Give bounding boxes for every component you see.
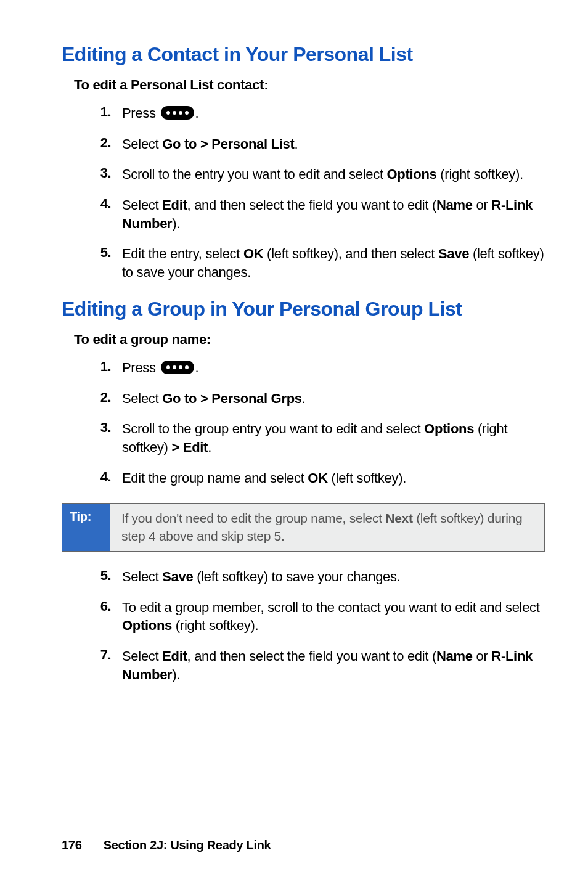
text: or (473, 648, 492, 664)
bold-text: Options (122, 618, 172, 633)
text: . (195, 360, 199, 375)
text: ). (172, 216, 180, 231)
step-body: Select Save (left softkey) to save your … (122, 568, 545, 586)
step-b2: 2. Select Go to > Personal Grps. (62, 390, 545, 408)
bold-text: Name (436, 197, 473, 213)
step-a4: 4. Select Edit, and then select the fiel… (62, 196, 545, 232)
text: (left softkey), and then select (263, 246, 438, 261)
step-body: Select Edit, and then select the field y… (122, 196, 545, 232)
bold-text: Save (438, 246, 469, 261)
step-b6: 6. To edit a group member, scroll to the… (62, 598, 545, 635)
steps-list-b-bottom: 5. Select Save (left softkey) to save yo… (62, 568, 545, 684)
menu-key-icon (161, 106, 194, 120)
step-a1: 1. Press . (62, 104, 545, 123)
text: Scroll to the entry you want to edit and… (122, 166, 387, 182)
text: Select (122, 648, 162, 664)
heading-edit-group: Editing a Group in Your Personal Group L… (62, 298, 545, 321)
text: . (195, 105, 199, 121)
text: Scroll to the group entry you want to ed… (122, 421, 424, 436)
step-a2: 2. Select Go to > Personal List. (62, 135, 545, 153)
bold-text: > Edit (171, 439, 208, 455)
step-number: 5. (62, 568, 122, 584)
tip-callout: Tip: If you don't need to edit the group… (62, 503, 545, 552)
text: . (208, 439, 211, 455)
steps-list-b-top: 1. Press . 2. Select Go to > Personal Gr… (62, 359, 545, 487)
text: Select (122, 197, 162, 213)
text: (left softkey) to save your changes. (193, 569, 400, 584)
tip-label: Tip: (62, 504, 110, 551)
bold-text: Go to > Personal Grps (162, 391, 302, 406)
steps-list-a: 1. Press . 2. Select Go to > Personal Li… (62, 104, 545, 282)
section-label: Section 2J: Using Ready Link (104, 838, 271, 852)
document-page: Editing a Contact in Your Personal List … (0, 0, 588, 882)
text: To edit a group member, scroll to the co… (122, 600, 540, 615)
text: , and then select the field you want to … (187, 648, 436, 664)
step-body: Select Go to > Personal List. (122, 135, 545, 153)
bold-text: Options (387, 166, 437, 182)
bold-text: Next (385, 511, 412, 525)
step-number: 2. (62, 135, 122, 151)
step-b3: 3. Scroll to the group entry you want to… (62, 420, 545, 456)
menu-key-icon (161, 361, 194, 374)
text: Select (122, 391, 162, 406)
step-body: Scroll to the entry you want to edit and… (122, 165, 545, 184)
bold-text: Save (162, 569, 193, 584)
text: . (295, 136, 298, 152)
step-a5: 5. Edit the entry, select OK (left softk… (62, 245, 545, 281)
step-b4: 4. Edit the group name and select OK (le… (62, 469, 545, 488)
text: Edit the group name and select (122, 470, 308, 486)
bold-text: Options (424, 421, 474, 436)
bold-text: OK (243, 246, 263, 261)
step-body: Edit the group name and select OK (left … (122, 469, 545, 488)
text: . (302, 391, 306, 406)
step-number: 6. (62, 598, 122, 615)
step-number: 3. (62, 420, 122, 436)
step-b5: 5. Select Save (left softkey) to save yo… (62, 568, 545, 586)
tip-body: If you don't need to edit the group name… (110, 504, 544, 551)
step-b7: 7. Select Edit, and then select the fiel… (62, 647, 545, 684)
text: Select (122, 569, 162, 584)
step-number: 7. (62, 647, 122, 663)
text: (right softkey). (172, 618, 258, 633)
bold-text: Edit (162, 648, 187, 664)
step-body: Press . (122, 359, 545, 377)
text: Select (122, 136, 162, 152)
step-number: 2. (62, 390, 122, 406)
text: or (473, 197, 492, 213)
bold-text: Name (436, 648, 473, 664)
step-body: Scroll to the group entry you want to ed… (122, 420, 545, 456)
step-a3: 3. Scroll to the entry you want to edit … (62, 165, 545, 184)
bold-text: Go to > Personal List (162, 136, 294, 152)
text: If you don't need to edit the group name… (121, 511, 385, 525)
text: Press (122, 360, 160, 375)
text: (right softkey). (437, 166, 523, 182)
step-number: 1. (62, 359, 122, 375)
step-number: 3. (62, 165, 122, 181)
step-number: 5. (62, 245, 122, 261)
text: ). (172, 667, 180, 682)
heading-edit-contact: Editing a Contact in Your Personal List (62, 43, 545, 66)
step-number: 4. (62, 469, 122, 485)
step-b1: 1. Press . (62, 359, 545, 377)
step-body: Press . (122, 104, 545, 123)
subheading-edit-group-name: To edit a group name: (74, 332, 545, 348)
text: , and then select the field you want to … (187, 197, 436, 213)
subheading-edit-personal-contact: To edit a Personal List contact: (74, 77, 545, 93)
text: Edit the entry, select (122, 246, 243, 261)
page-number: 176 (62, 838, 81, 852)
step-number: 1. (62, 104, 122, 120)
bold-text: Edit (162, 197, 187, 213)
text: (left softkey). (328, 470, 406, 486)
step-number: 4. (62, 196, 122, 212)
step-body: Select Edit, and then select the field y… (122, 647, 545, 684)
step-body: To edit a group member, scroll to the co… (122, 598, 545, 635)
step-body: Edit the entry, select OK (left softkey)… (122, 245, 545, 281)
text: Press (122, 105, 160, 121)
page-footer: 176 Section 2J: Using Ready Link (62, 838, 271, 852)
step-body: Select Go to > Personal Grps. (122, 390, 545, 408)
bold-text: OK (308, 470, 327, 486)
